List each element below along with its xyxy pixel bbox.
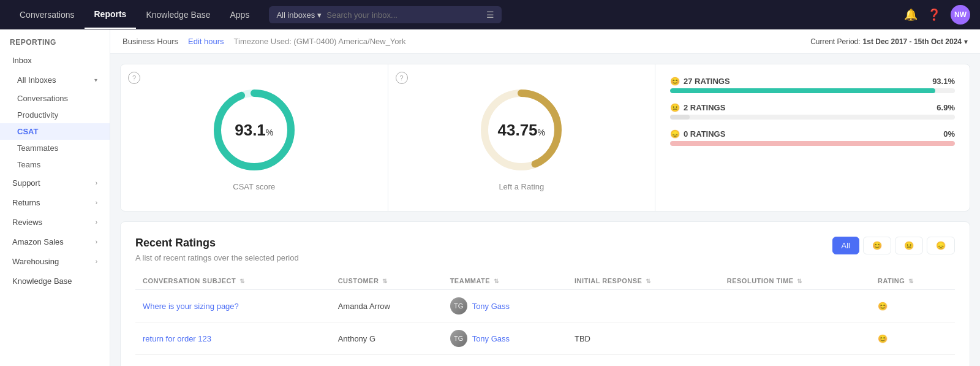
rating-pct-positive: 93.1% [932,77,955,86]
nav-right: 🔔 ❓ NW [904,5,970,25]
teammate-avatar-2: TG [450,330,467,347]
subject-link-1[interactable]: Where is your sizing page? [143,302,239,311]
sort-icon-subject[interactable]: ⇅ [239,278,245,284]
user-avatar[interactable]: NW [951,5,970,25]
resolution-time-cell-2 [720,322,870,355]
initial-response-cell-1 [567,290,720,322]
sidebar-item-returns[interactable]: Returns › [2,193,107,212]
sort-icon-customer[interactable]: ⇅ [382,278,388,284]
rating-pct-negative: 0% [943,129,955,139]
sidebar-item-knowledge-base[interactable]: Knowledge Base [2,272,107,291]
csat-label: CSAT score [233,182,275,191]
rating-help-icon[interactable]: ? [396,72,408,84]
sidebar-item-conversations[interactable]: Conversations [0,90,110,107]
rating-bar-fill-neutral [670,115,690,120]
col-initial-response: INITIAL RESPONSE ⇅ [567,272,720,290]
recent-subtitle: A list of recent ratings over the select… [135,253,299,262]
table-header: CONVERSATION SUBJECT ⇅ CUSTOMER ⇅ TEAMMA… [135,272,955,290]
resolution-time-cell-1 [720,290,870,322]
rating-label: Left a Rating [499,182,544,191]
nav-conversations[interactable]: Conversations [10,1,85,28]
chevron-right-icon: › [96,199,97,206]
teammate-cell-1: TG Tony Gass [443,290,567,322]
header-left: Business Hours Edit hours Timezone Used:… [123,37,405,46]
notification-icon[interactable]: 🔔 [904,8,918,21]
subject-cell-1: Where is your sizing page? [135,290,331,322]
rating-bar-fill-negative [670,141,955,146]
rating-label-neutral: 2 RATINGS [684,103,937,112]
inbox-selector[interactable]: All inboxes ▾ [276,10,322,20]
col-resolution-time: RESOLUTION TIME ⇅ [720,272,870,290]
page-header: Business Hours Edit hours Timezone Used:… [110,29,980,54]
sort-icon-resolution[interactable]: ⇅ [797,278,802,284]
nav-reports[interactable]: Reports [85,1,137,29]
rating-value: 43.75% [497,121,545,140]
emoji-neutral: 😐 [670,103,680,112]
chevron-right-icon: › [96,219,97,226]
chevron-down-icon: ▾ [964,37,968,46]
rating-bar-fill-positive [670,88,935,93]
recent-title: Recent Ratings [135,237,299,250]
timezone-label: Timezone Used: (GMT-0400) America/New_Yo… [234,37,406,46]
chevron-right-icon: › [96,258,97,265]
sidebar-heading: Reporting [0,29,110,50]
col-subject: CONVERSATION SUBJECT ⇅ [135,272,331,290]
subject-cell-2: return for order 123 [135,322,331,355]
teammate-link-1[interactable]: Tony Gass [472,302,510,311]
col-customer: CUSTOMER ⇅ [331,272,443,290]
filter-row: All 😊 😐 😞 [832,237,955,254]
csat-value: 93.1% [235,121,273,140]
stats-row: ? 93.1% CSAT score ? [120,64,970,212]
sort-icon-teammate[interactable]: ⇅ [494,278,499,284]
csat-help-icon[interactable]: ? [128,72,140,84]
chevron-right-icon: › [96,238,97,245]
chevron-down-icon: ▾ [94,77,97,83]
sort-icon-initial[interactable]: ⇅ [646,278,651,284]
filter-positive[interactable]: 😊 [863,237,891,254]
chevron-right-icon: › [96,180,97,186]
rating-label-negative: 0 RATINGS [684,129,943,139]
initial-response-cell-2: TBD [567,322,720,355]
sidebar-item-amazon-sales[interactable]: Amazon Sales › [2,232,107,251]
rating-pct-neutral: 6.9% [937,103,955,112]
filter-icon[interactable]: ☰ [486,10,494,20]
filter-all[interactable]: All [832,237,859,254]
sidebar-item-warehousing[interactable]: Warehousing › [2,252,107,271]
search-input[interactable] [326,10,481,20]
filter-neutral[interactable]: 😐 [895,237,923,254]
rating-bar-track-neutral [670,115,955,120]
col-teammate: TEAMMATE ⇅ [443,272,567,290]
sidebar-item-csat[interactable]: CSAT [0,123,110,140]
nav-knowledge-base[interactable]: Knowledge Base [136,1,220,28]
sidebar-item-all-inboxes[interactable]: All Inboxes ▾ [2,71,107,90]
sidebar-item-inbox[interactable]: Inbox [2,51,107,70]
sidebar-item-teammates[interactable]: Teammates [0,140,110,156]
rating-cell-2: 😊 [870,322,955,355]
sidebar-item-teams[interactable]: Teams [0,156,110,173]
sort-icon-rating[interactable]: ⇅ [908,278,914,284]
search-bar: All inboxes ▾ ☰ [269,6,502,23]
table-row: Where is your sizing page? Amanda Arrow … [135,290,955,322]
chevron-down-icon: ▾ [317,10,322,20]
rating-label-positive: 27 RATINGS [684,77,932,86]
csat-donut: 93.1% [208,84,300,176]
period-selector[interactable]: Current Period: 1st Dec 2017 - 15th Oct … [810,37,968,46]
rating-bar-track-positive [670,88,955,93]
help-icon[interactable]: ❓ [927,8,941,21]
teammate-link-2[interactable]: Tony Gass [472,334,510,343]
sidebar-item-support[interactable]: Support › [2,173,107,193]
col-rating: RATING ⇅ [870,272,955,290]
customer-cell-2: Anthony G [331,322,443,355]
customer-cell-1: Amanda Arrow [331,290,443,322]
sidebar-item-reviews[interactable]: Reviews › [2,213,107,232]
emoji-positive: 😊 [670,77,680,86]
sidebar-item-productivity[interactable]: Productivity [0,107,110,123]
emoji-negative: 😞 [670,129,680,139]
edit-hours-link[interactable]: Edit hours [188,37,224,46]
filter-negative[interactable]: 😞 [927,237,955,254]
top-navigation: Conversations Reports Knowledge Base App… [0,0,980,29]
subject-link-2[interactable]: return for order 123 [143,334,211,343]
nav-apps[interactable]: Apps [220,1,259,28]
business-hours-label: Business Hours [123,37,178,46]
table-row: return for order 123 Anthony G TG Tony G… [135,322,955,355]
